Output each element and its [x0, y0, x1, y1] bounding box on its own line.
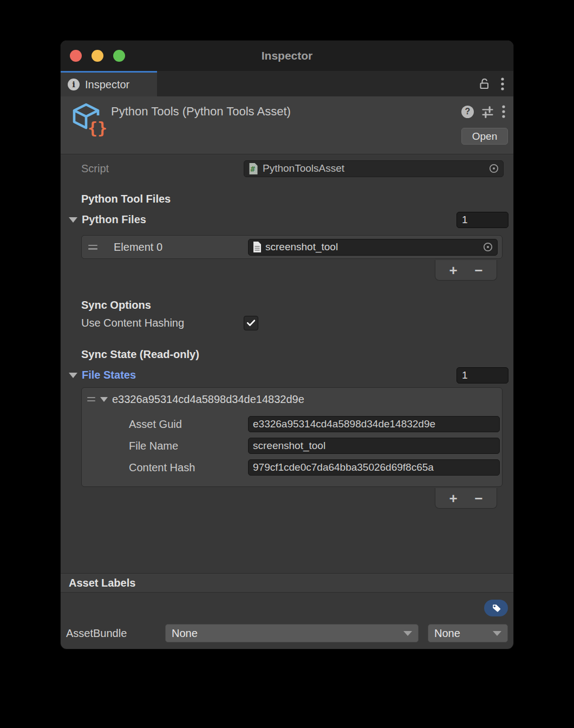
- script-object-field[interactable]: # PythonToolsAsset: [244, 160, 504, 177]
- component-title: Python Tools (Python Tools Asset): [111, 105, 291, 119]
- braces-glyph: {}: [88, 119, 106, 137]
- chevron-down-icon: [403, 631, 412, 636]
- foldout-arrow-icon[interactable]: [100, 397, 108, 402]
- script-row: Script # PythonToolsAsset: [61, 159, 513, 178]
- tab-inspector[interactable]: i Inspector: [61, 71, 157, 96]
- python-tools-asset-icon: {}: [71, 101, 106, 139]
- foldout-arrow-icon[interactable]: [69, 373, 77, 378]
- content-hash-label: Content Hash: [82, 461, 248, 474]
- remove-element-button[interactable]: −: [471, 491, 486, 505]
- file-name-row: File Name screenshot_tool: [82, 438, 502, 454]
- asset-bundle-dropdown[interactable]: None: [165, 624, 419, 642]
- asset-guid-label: Asset Guid: [82, 418, 248, 431]
- section-sync-options: Sync Options: [61, 298, 513, 312]
- asset-labels-header: Asset Labels: [61, 573, 513, 593]
- inspector-window: Inspector i Inspector: [61, 41, 513, 649]
- titlebar: Inspector: [61, 41, 513, 71]
- close-window-button[interactable]: [70, 50, 82, 62]
- section-python-tool-files: Python Tool Files: [61, 192, 513, 206]
- python-files-list-footer: + −: [435, 260, 497, 281]
- asset-guid-row: Asset Guid e3326a95314cd4a5898d34de14832…: [82, 416, 502, 432]
- asset-bundle-row: AssetBundle None None: [66, 624, 508, 642]
- tab-bar: i Inspector: [61, 71, 513, 96]
- add-element-button[interactable]: +: [446, 263, 461, 277]
- text-asset-icon: [252, 241, 262, 253]
- python-files-label[interactable]: Python Files: [82, 213, 146, 226]
- asset-labels-body: AssetBundle None None: [61, 593, 513, 648]
- open-button[interactable]: Open: [461, 128, 508, 145]
- python-files-size-field[interactable]: 1: [456, 212, 508, 228]
- info-icon: i: [68, 79, 80, 90]
- file-state-header[interactable]: e3326a95314cd4a5898d34de14832d9e: [82, 388, 502, 411]
- kebab-menu-icon[interactable]: [501, 105, 506, 119]
- foldout-arrow-icon[interactable]: [69, 217, 77, 223]
- object-picker-icon[interactable]: [482, 242, 493, 252]
- file-states-list-footer: + −: [435, 488, 497, 509]
- asset-bundle-variant-value: None: [434, 627, 460, 640]
- tag-icon: [491, 602, 502, 614]
- asset-bundle-variant-dropdown[interactable]: None: [428, 624, 508, 642]
- python-files-foldout-row: Python Files 1: [61, 211, 513, 228]
- content-hash-row: Content Hash 979cf1cde0c7da64bba35026d69…: [82, 459, 502, 476]
- check-icon: [246, 318, 256, 328]
- chevron-down-icon: [493, 631, 501, 636]
- component-header: {} Python Tools (Python Tools Asset) ? O…: [61, 96, 513, 154]
- asset-guid-field[interactable]: e3326a95314cd4a5898d34de14832d9e: [248, 416, 500, 432]
- window-title: Inspector: [262, 49, 313, 62]
- asset-labels-section: Asset Labels AssetBundle None None: [61, 573, 513, 649]
- inspector-body: Script # PythonToolsAsset Python Tool Fi…: [61, 154, 513, 509]
- element-label: Element 0: [114, 241, 248, 253]
- tab-label: Inspector: [85, 79, 129, 91]
- use-content-hashing-label: Use Content Hashing: [81, 317, 244, 329]
- add-label-button[interactable]: [484, 600, 508, 616]
- asset-bundle-value: None: [172, 627, 198, 640]
- file-name-label: File Name: [82, 440, 248, 452]
- file-name-field[interactable]: screenshot_tool: [248, 438, 500, 454]
- kebab-menu-icon[interactable]: [500, 77, 505, 91]
- element-value: screenshot_tool: [265, 241, 479, 253]
- section-sync-state: Sync State (Read-only): [61, 347, 513, 361]
- traffic-lights: [70, 50, 125, 62]
- zoom-window-button[interactable]: [113, 50, 125, 62]
- presets-icon[interactable]: [481, 105, 494, 119]
- csharp-script-icon: #: [248, 162, 259, 175]
- file-state-guid-title: e3326a95314cd4a5898d34de14832d9e: [112, 393, 304, 406]
- drag-handle-icon[interactable]: [88, 245, 97, 250]
- minimize-window-button[interactable]: [92, 50, 103, 62]
- file-states-label[interactable]: File States: [82, 369, 136, 381]
- script-value: PythonToolsAsset: [263, 162, 485, 174]
- script-label: Script: [81, 162, 244, 175]
- asset-bundle-label: AssetBundle: [66, 627, 165, 640]
- use-content-hashing-checkbox[interactable]: [244, 316, 258, 330]
- lock-icon[interactable]: [478, 77, 491, 90]
- file-states-foldout-row: File States 1: [61, 367, 513, 384]
- object-picker-icon[interactable]: [488, 163, 499, 174]
- file-state-entry: e3326a95314cd4a5898d34de14832d9e Asset G…: [81, 387, 503, 487]
- remove-element-button[interactable]: −: [471, 263, 486, 277]
- svg-text:#: #: [251, 164, 256, 173]
- python-files-element-row: Element 0 screenshot_tool: [81, 235, 503, 259]
- drag-handle-icon[interactable]: [87, 397, 95, 402]
- help-icon[interactable]: ?: [461, 106, 474, 118]
- element-object-field[interactable]: screenshot_tool: [248, 239, 498, 256]
- file-states-size-field[interactable]: 1: [456, 367, 508, 384]
- content-hash-field[interactable]: 979cf1cde0c7da64bba35026d69f8c65a: [248, 459, 500, 476]
- use-content-hashing-row: Use Content Hashing: [61, 315, 513, 331]
- add-element-button[interactable]: +: [446, 491, 461, 505]
